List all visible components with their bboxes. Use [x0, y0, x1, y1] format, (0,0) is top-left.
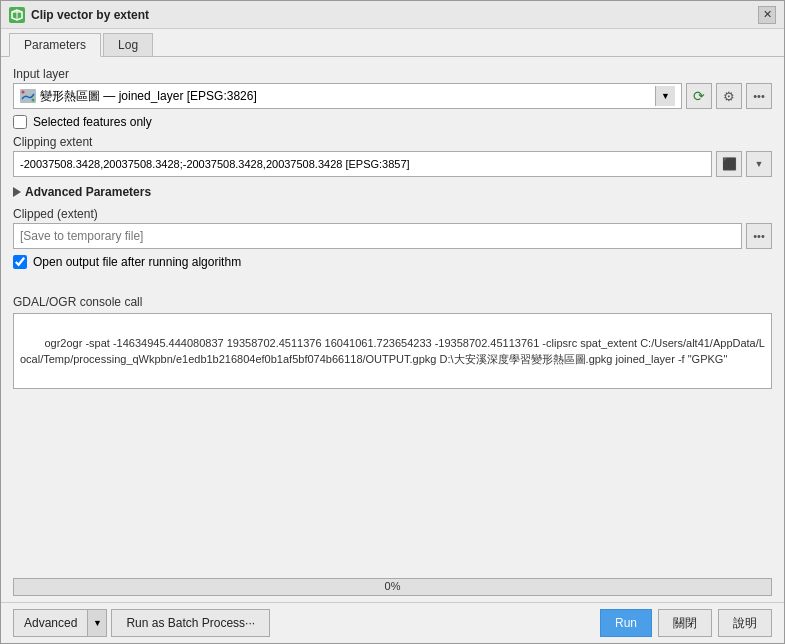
- title-bar-left: Clip vector by extent: [9, 7, 149, 23]
- clipped-more-icon: •••: [753, 230, 765, 242]
- input-layer-settings-btn[interactable]: ⚙: [716, 83, 742, 109]
- clipped-output-more-btn[interactable]: •••: [746, 223, 772, 249]
- input-layer-section: Input layer: [13, 67, 772, 109]
- close-window-icon: ✕: [763, 8, 772, 21]
- main-content: Input layer: [1, 57, 784, 572]
- clipping-extent-section: Clipping extent -20037508.3428,20037508.…: [13, 135, 772, 177]
- advanced-button-arrow[interactable]: ▼: [87, 609, 107, 637]
- open-output-checkbox[interactable]: [13, 255, 27, 269]
- close-button[interactable]: 關閉: [658, 609, 712, 637]
- input-layer-label: Input layer: [13, 67, 772, 81]
- progress-bar-area: 0%: [1, 572, 784, 602]
- input-layer-value: 變形熱區圖 — joined_layer [EPSG:3826]: [40, 88, 655, 105]
- clipped-output-input[interactable]: [13, 223, 742, 249]
- close-window-button[interactable]: ✕: [758, 6, 776, 24]
- extent-select-icon: ⬛: [722, 157, 737, 171]
- tab-parameters-label: Parameters: [24, 38, 86, 52]
- tab-bar: Parameters Log: [1, 29, 784, 57]
- open-output-row: Open output file after running algorithm: [13, 255, 772, 269]
- advanced-split-button: Advanced ▼: [13, 609, 107, 637]
- selected-features-row: Selected features only: [13, 115, 772, 129]
- gdal-console-text: ogr2ogr -spat -14634945.444080837 193587…: [20, 337, 765, 366]
- bottom-left-buttons: Advanced ▼ Run as Batch Process···: [13, 609, 270, 637]
- bottom-right-buttons: Run 關閉 說明: [600, 609, 772, 637]
- title-bar: Clip vector by extent ✕: [1, 1, 784, 29]
- tab-log[interactable]: Log: [103, 33, 153, 56]
- run-as-batch-button[interactable]: Run as Batch Process···: [111, 609, 270, 637]
- tab-parameters[interactable]: Parameters: [9, 33, 101, 57]
- settings-icon: ⚙: [723, 89, 735, 104]
- extent-select-btn[interactable]: ⬛: [716, 151, 742, 177]
- advanced-button[interactable]: Advanced: [13, 609, 87, 637]
- gdal-console-box: ogr2ogr -spat -14634945.444080837 193587…: [13, 313, 772, 389]
- selected-features-checkbox[interactable]: [13, 115, 27, 129]
- input-layer-more-btn[interactable]: •••: [746, 83, 772, 109]
- open-output-label: Open output file after running algorithm: [33, 255, 241, 269]
- clipping-extent-value: -20037508.3428,20037508.3428;-20037508.3…: [20, 158, 410, 170]
- spacer: [13, 275, 772, 283]
- run-button[interactable]: Run: [600, 609, 652, 637]
- clipped-output-section: Clipped (extent) •••: [13, 207, 772, 249]
- clipped-output-row: •••: [13, 223, 772, 249]
- more-icon: •••: [753, 90, 765, 102]
- help-button[interactable]: 說明: [718, 609, 772, 637]
- extent-dropdown-btn[interactable]: ▼: [746, 151, 772, 177]
- selected-features-label: Selected features only: [33, 115, 152, 129]
- advanced-triangle-icon: [13, 187, 21, 197]
- input-layer-dropdown-container: 變形熱區圖 — joined_layer [EPSG:3826] ▼: [13, 83, 682, 109]
- clipping-extent-row: -20037508.3428,20037508.3428;-20037508.3…: [13, 151, 772, 177]
- input-layer-refresh-btn[interactable]: ⟳: [686, 83, 712, 109]
- advanced-parameters-label: Advanced Parameters: [25, 185, 151, 199]
- clipped-output-label: Clipped (extent): [13, 207, 772, 221]
- input-layer-dropdown[interactable]: 變形熱區圖 — joined_layer [EPSG:3826] ▼: [13, 83, 682, 109]
- run-as-batch-label: Run as Batch Process···: [126, 616, 255, 630]
- window-title: Clip vector by extent: [31, 8, 149, 22]
- progress-text: 0%: [14, 580, 771, 592]
- run-button-label: Run: [615, 616, 637, 630]
- bottom-bar: Advanced ▼ Run as Batch Process··· Run 關…: [1, 602, 784, 643]
- advanced-parameters-row[interactable]: Advanced Parameters: [13, 183, 772, 201]
- advanced-arrow-icon: ▼: [93, 618, 102, 628]
- svg-point-4: [32, 99, 35, 102]
- clipping-extent-label: Clipping extent: [13, 135, 772, 149]
- main-window: Clip vector by extent ✕ Parameters Log I…: [0, 0, 785, 644]
- tab-log-label: Log: [118, 38, 138, 52]
- progress-bar-outer: 0%: [13, 578, 772, 596]
- gdal-console-label: GDAL/OGR console call: [13, 295, 772, 309]
- layer-map-icon: [20, 89, 36, 103]
- clipping-extent-input[interactable]: -20037508.3428,20037508.3428;-20037508.3…: [13, 151, 712, 177]
- help-button-label: 說明: [733, 615, 757, 632]
- close-button-label: 關閉: [673, 615, 697, 632]
- svg-point-3: [22, 91, 25, 94]
- input-layer-row: 變形熱區圖 — joined_layer [EPSG:3826] ▼ ⟳ ⚙ •…: [13, 83, 772, 109]
- extent-dropdown-arrow-icon: ▼: [755, 159, 764, 169]
- refresh-icon: ⟳: [693, 88, 705, 104]
- window-icon: [9, 7, 25, 23]
- input-layer-arrow[interactable]: ▼: [655, 86, 675, 106]
- advanced-button-label: Advanced: [24, 616, 77, 630]
- gdal-console-section: GDAL/OGR console call ogr2ogr -spat -146…: [13, 295, 772, 389]
